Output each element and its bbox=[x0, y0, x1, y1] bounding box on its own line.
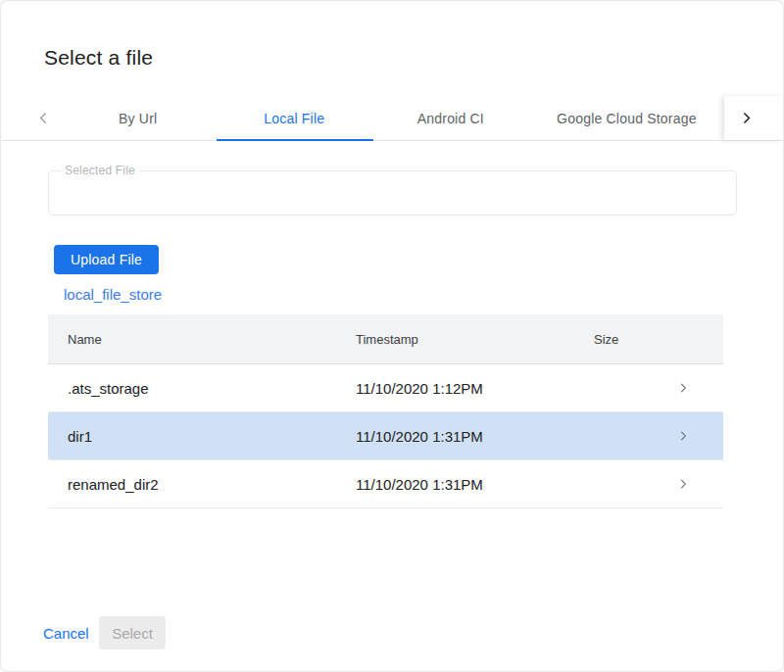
dialog-title: Select a file bbox=[44, 46, 153, 70]
file-name: renamed_dir2 bbox=[48, 476, 356, 493]
file-table: Name Timestamp Size .ats_storage 11/10/2… bbox=[48, 314, 723, 508]
select-button[interactable]: Select bbox=[99, 616, 166, 649]
chevron-right-icon bbox=[676, 429, 725, 443]
tab-bar: By Url Local File Android CI Google Clou… bbox=[1, 96, 783, 141]
upload-file-button[interactable]: Upload File bbox=[54, 245, 159, 274]
tab-local-file[interactable]: Local File bbox=[216, 96, 372, 140]
chevron-left-icon bbox=[35, 110, 52, 126]
selected-file-input[interactable] bbox=[49, 171, 736, 215]
selected-file-field: Selected File bbox=[48, 170, 737, 216]
column-header-name: Name bbox=[48, 332, 356, 347]
tabs-scroll-left-button[interactable] bbox=[1, 96, 60, 140]
table-row[interactable]: .ats_storage 11/10/2020 1:12PM bbox=[48, 364, 723, 412]
file-name: .ats_storage bbox=[48, 380, 356, 397]
file-timestamp: 11/10/2020 1:31PM bbox=[356, 476, 594, 493]
table-row[interactable]: dir1 11/10/2020 1:31PM bbox=[48, 412, 723, 460]
breadcrumb-local-file-store[interactable]: local_file_store bbox=[64, 286, 162, 303]
chevron-right-icon bbox=[676, 381, 725, 395]
file-name: dir1 bbox=[48, 428, 356, 445]
column-header-timestamp: Timestamp bbox=[356, 332, 594, 347]
active-tab-underline bbox=[217, 139, 373, 141]
file-timestamp: 11/10/2020 1:12PM bbox=[356, 380, 594, 397]
file-timestamp: 11/10/2020 1:31PM bbox=[356, 428, 594, 445]
table-header-row: Name Timestamp Size bbox=[48, 314, 723, 364]
tab-android-ci[interactable]: Android CI bbox=[372, 96, 529, 140]
column-header-size: Size bbox=[594, 332, 676, 347]
tab-by-url[interactable]: By Url bbox=[60, 96, 217, 140]
select-file-dialog: Select a file By Url Local File Android … bbox=[1, 1, 783, 671]
chevron-right-icon bbox=[738, 110, 755, 126]
chevron-right-icon bbox=[676, 477, 725, 491]
tab-google-cloud-storage[interactable]: Google Cloud Storage bbox=[529, 96, 724, 140]
table-row[interactable]: renamed_dir2 11/10/2020 1:31PM bbox=[48, 460, 723, 508]
tabs-scroll-right-button[interactable] bbox=[724, 96, 783, 140]
cancel-button[interactable]: Cancel bbox=[43, 623, 89, 644]
selected-file-label: Selected File bbox=[61, 164, 139, 177]
